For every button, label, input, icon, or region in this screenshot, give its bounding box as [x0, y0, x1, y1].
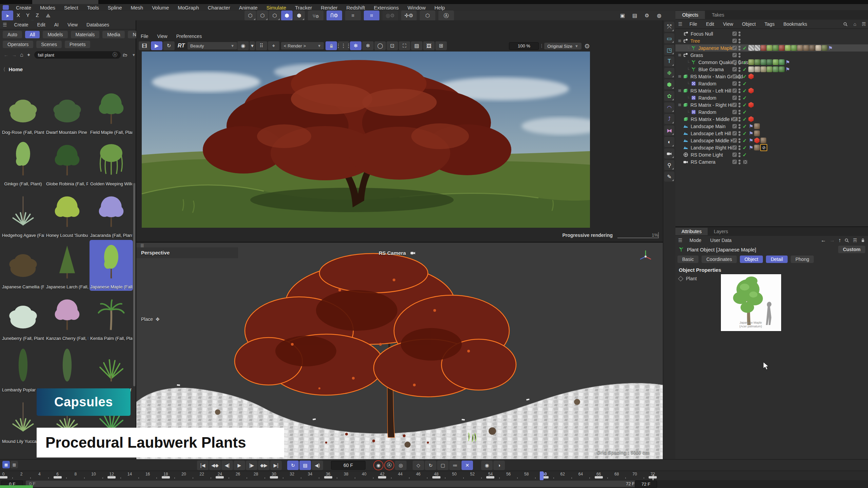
expand-box[interactable]: ⊞	[678, 88, 681, 93]
menu-character[interactable]: Character	[203, 5, 235, 11]
prev-frame[interactable]: ◀|	[221, 461, 233, 470]
menu-tools[interactable]: Tools	[83, 5, 103, 11]
enabled-check-icon[interactable]: ✓	[743, 66, 747, 73]
workplane-icon[interactable]: ⬡	[420, 11, 435, 21]
layer-toggle[interactable]	[732, 160, 737, 164]
object-row-rs-matrix-left-hill[interactable]: ⊞RS Matrix - Left Hill✓	[675, 87, 868, 94]
add-camera-icon[interactable]	[664, 148, 674, 159]
pv-crop-icon[interactable]: ⌖	[268, 41, 279, 50]
object-row-landscape-right-hill[interactable]: Landscape Right Hill✓⚑	[675, 144, 868, 151]
menu-spline[interactable]: Spline	[103, 5, 126, 11]
current-frame-field[interactable]: 60 F	[331, 461, 366, 470]
material-tag[interactable]	[767, 45, 772, 51]
om-menu-edit[interactable]: Edit	[702, 21, 718, 27]
add-cube-icon[interactable]: ◳	[664, 45, 674, 55]
object-row-rs-matrix-middle-hill[interactable]: RS Matrix - Middle Hill✓	[675, 116, 868, 123]
autokey[interactable]: Ⓐ	[384, 460, 394, 470]
search-input[interactable]: fall plant ⓧ	[34, 51, 121, 59]
display-off-tag[interactable]	[760, 144, 767, 151]
om-tab-takes[interactable]: Takes	[705, 11, 731, 19]
pv-menu-preferences[interactable]: Preferences	[172, 34, 206, 39]
filter-tab-auto[interactable]: Auto	[3, 31, 22, 38]
pv-channel-dropdown-icon[interactable]: ▾	[250, 41, 255, 50]
menu-animate[interactable]: Animate	[235, 5, 262, 11]
menu-render[interactable]: Render	[316, 5, 342, 11]
menu-create[interactable]: Create	[12, 5, 36, 11]
axis-lock-x[interactable]: X	[14, 10, 23, 21]
material-tag[interactable]	[754, 123, 760, 129]
visibility-dots[interactable]	[738, 67, 741, 72]
om-tab-objects[interactable]: Objects	[675, 11, 705, 19]
mode-edges-icon[interactable]: ⬡	[257, 11, 268, 21]
enabled-check-icon[interactable]: ✓	[743, 123, 747, 129]
playhead[interactable]	[540, 471, 544, 480]
visibility-dots[interactable]	[738, 74, 741, 79]
visibility-dots[interactable]	[738, 138, 741, 143]
layer-toggle[interactable]	[732, 138, 737, 143]
attr-tab-chip-phong[interactable]: Phong	[791, 256, 814, 263]
object-row-rs-matrix-main-ground[interactable]: ⊞RS Matrix - Main Ground✓	[675, 73, 868, 80]
plant-param-bullet[interactable]	[678, 276, 684, 281]
target-options-icon[interactable]: ◎⚙	[382, 11, 398, 21]
asset-scrollbar[interactable]	[133, 183, 135, 386]
attr-up-icon[interactable]: ↑	[838, 237, 841, 243]
record-pla[interactable]: ✕	[461, 461, 473, 470]
menu-window[interactable]: Window	[403, 5, 430, 11]
filter-tab-media[interactable]: Media	[102, 31, 125, 38]
enabled-check-icon[interactable]: ✓	[743, 81, 747, 87]
preview-range[interactable]: ▤	[299, 461, 311, 470]
layer-toggle[interactable]	[732, 67, 737, 72]
om-home-icon[interactable]: ⌂	[853, 21, 856, 27]
layer-toggle[interactable]	[732, 81, 737, 86]
material-tag[interactable]	[809, 45, 815, 51]
back-icon[interactable]: ←	[4, 52, 8, 58]
object-row-rs-dome-light[interactable]: RS Dome Light✓	[675, 151, 868, 158]
visibility-dots[interactable]	[738, 45, 741, 51]
material-tag[interactable]	[779, 66, 785, 72]
layer-toggle[interactable]	[732, 60, 737, 64]
pv-render-slot-dropdown[interactable]: < Render >▼	[281, 42, 324, 49]
enabled-check-icon[interactable]: ✓	[743, 45, 747, 51]
visibility-dots[interactable]	[738, 88, 741, 94]
plant-tile-lombardy[interactable]: Lombardy Poplar (Fall...	[1, 343, 45, 394]
pv-ab-compare-icon[interactable]: ▨	[411, 41, 422, 50]
quantize-icon[interactable]: ⌗	[364, 11, 379, 21]
om-panel-menu-icon[interactable]: ☰	[678, 21, 683, 27]
om-menu-tags[interactable]: Tags	[760, 21, 779, 27]
object-row-random[interactable]: └Random✓	[675, 80, 868, 87]
plant-thumbnail[interactable]: Japanese Maple (Acer palmatum)	[721, 274, 782, 331]
redshift-tag[interactable]	[748, 74, 754, 79]
home-icon[interactable]: ⌂	[20, 52, 23, 58]
solo-object[interactable]: ◉	[481, 461, 493, 470]
viewport-view-label[interactable]: Perspective	[141, 250, 170, 256]
pv-clapper-icon[interactable]: 🎞	[139, 41, 150, 50]
plant-tile-kanzan[interactable]: Kanzan Cherry (Fall, Pl...	[45, 291, 89, 342]
attr-tab-chip-coordinates[interactable]: Coordinates	[702, 256, 737, 263]
pv-freeze-icon[interactable]: ❄	[350, 41, 361, 50]
attr-filter-icon[interactable]: ☴	[853, 238, 857, 243]
render-settings-icon[interactable]: ⚙	[641, 11, 653, 21]
material-tag[interactable]	[761, 45, 766, 51]
pv-rgb-icon[interactable]: ◉	[237, 41, 249, 50]
enabled-check-icon[interactable]: ✓	[743, 152, 747, 158]
enabled-check-icon[interactable]: ✓	[743, 95, 747, 101]
pv-snapshot-icon[interactable]: 🖼	[423, 41, 435, 50]
material-tag[interactable]	[754, 66, 760, 72]
expand-box[interactable]: ⊞	[678, 74, 681, 79]
database-lock-icon[interactable]: 🗁	[123, 52, 127, 58]
plant-tile-jacaranda[interactable]: Jacaranda (Fall, Plant)	[90, 188, 133, 239]
coordinate-system-icon[interactable]: ⟁	[42, 11, 54, 21]
plant-tile-hedgehog[interactable]: Hedgehog Agave (Fall...	[1, 188, 45, 239]
forward-icon[interactable]: →	[12, 52, 17, 58]
sound-toggle[interactable]: ◀)	[312, 461, 323, 470]
annotation-flag-tag[interactable]: ⚑	[828, 45, 833, 51]
layer-toggle[interactable]	[732, 88, 737, 93]
menu-extensions[interactable]: Extensions	[370, 5, 403, 11]
menu-mograph[interactable]: MoGraph	[173, 5, 203, 11]
redshift-tag[interactable]	[748, 116, 754, 122]
enabled-check-icon[interactable]: ✓	[743, 102, 747, 108]
object-row-blue-grama[interactable]: └Blue Grama✓⚑	[675, 66, 868, 73]
plant-tile-mediterranean[interactable]: Mediterranean Cypres...	[45, 343, 89, 394]
material-tag[interactable]	[822, 45, 827, 51]
mode-points-icon[interactable]: ⬡	[244, 11, 256, 21]
